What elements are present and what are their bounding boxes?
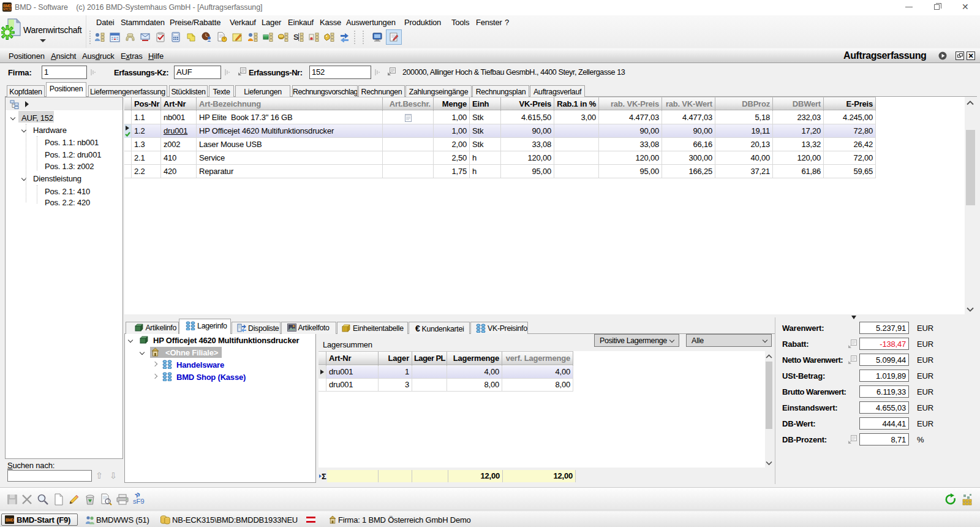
svg-text:S: S bbox=[293, 32, 299, 42]
svg-text:Σ: Σ bbox=[322, 472, 326, 481]
